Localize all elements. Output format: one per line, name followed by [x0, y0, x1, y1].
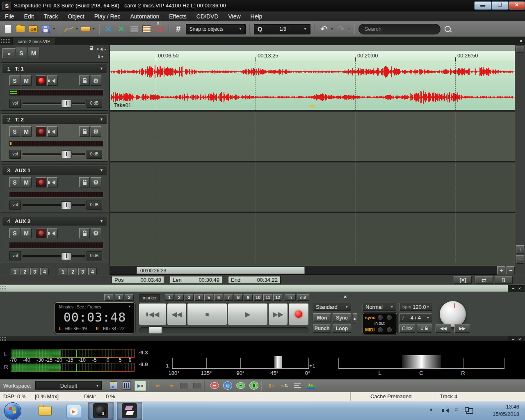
master-monitor-dropdown[interactable]: ▼ [98, 47, 107, 52]
track-title-bar[interactable]: 3 AUX 1 ▼ [2, 166, 107, 175]
tray-volume-icon[interactable] [444, 409, 449, 413]
punch-button[interactable]: Punch [313, 324, 331, 333]
mon-button[interactable]: Mon [313, 313, 331, 322]
stop-marker-icon[interactable] [209, 381, 220, 390]
marker-8-button[interactable]: 8 [234, 294, 243, 301]
zoom-out-vertical-button[interactable]: − [516, 255, 524, 264]
restore-button[interactable]: ❐ [491, 1, 509, 10]
import-audio-icon[interactable]: ((•)) [28, 24, 39, 34]
volume-handle[interactable] [61, 252, 72, 260]
menu-object[interactable]: Object [63, 13, 89, 20]
range-1-button[interactable]: 1 [115, 294, 124, 301]
undo-dropdown-icon[interactable]: ▼ [331, 27, 333, 30]
marker-2-button[interactable]: 2 [175, 294, 184, 301]
quantize-dropdown[interactable]: Q 1/8▼ [254, 24, 310, 34]
transport-toggle-icon[interactable]: ▶● [135, 381, 146, 391]
undo-icon[interactable]: ↶ [319, 24, 329, 34]
position-slider-handle[interactable] [149, 326, 162, 334]
volume-slider[interactable] [23, 103, 85, 105]
marker-12-button[interactable]: 12 [273, 294, 282, 301]
marker-6-button[interactable]: 6 [214, 294, 223, 301]
menu-file[interactable]: File [0, 13, 19, 20]
record-arm-button[interactable] [36, 126, 46, 137]
monitor-button[interactable] [47, 126, 58, 137]
play-button[interactable]: ▶ [228, 303, 268, 325]
transport-close-icon[interactable]: × [344, 294, 347, 300]
menu-effects[interactable]: Effects [164, 13, 192, 20]
punch-in-icon[interactable]: ⇤ [153, 381, 163, 390]
marker-7-button[interactable]: 7 [224, 294, 233, 301]
plugins-button[interactable]: ⚙ [91, 228, 101, 238]
zoom-out-horizontal-button[interactable]: − [507, 266, 515, 274]
expand-all-button[interactable]: » [2, 48, 16, 58]
pause-marker-icon[interactable] [249, 381, 259, 390]
stop-button[interactable]: ■ [187, 303, 227, 325]
marker-10-button[interactable]: 10 [253, 294, 262, 301]
track-lane-4[interactable] [110, 213, 515, 262]
object-tool-dropdown-icon[interactable]: ▼ [92, 27, 95, 30]
object-list-icon[interactable] [292, 381, 303, 390]
lock-button[interactable] [79, 75, 90, 86]
menu-track[interactable]: Track [39, 13, 63, 20]
solo-button[interactable]: S [9, 126, 20, 137]
len-field[interactable]: Len 00:30:49 [170, 276, 222, 284]
swap-horizontal-button[interactable]: ⇄ [475, 276, 493, 284]
panel-close-icon[interactable]: × [518, 286, 521, 291]
horizontal-scrollbar[interactable]: 00:00:26:23 [110, 266, 497, 275]
info-marker-icon[interactable]: (i) [222, 381, 233, 390]
lock-button[interactable] [79, 177, 90, 187]
wave-zoom-horizontal-icon[interactable]: ∿⇅ [279, 381, 290, 390]
record-button[interactable] [288, 303, 309, 325]
new-project-icon[interactable] [2, 24, 13, 34]
chevron-down-icon[interactable]: ▼ [100, 66, 103, 71]
taskbar-media-player-button[interactable]: ▶ [61, 402, 86, 420]
marker-4-button[interactable]: 4 [194, 294, 203, 301]
menu-view[interactable]: View [224, 13, 246, 20]
play-marker-icon[interactable] [235, 381, 246, 390]
auto-crossfade-icon[interactable] [154, 24, 165, 34]
time-mode-label[interactable]: Minutes : Sec : Frames [59, 305, 101, 309]
object-tool-icon[interactable] [80, 24, 91, 34]
midi-in-led[interactable] [378, 327, 383, 332]
loop-button[interactable]: Loop [333, 324, 351, 333]
spectrum-icon[interactable] [305, 381, 316, 390]
bpm-dropdown[interactable]: bpm 120.0▼ [399, 303, 432, 311]
track-title-bar[interactable]: 4 AUX 2 ▼ [2, 217, 107, 226]
marker-5-button[interactable]: 5 [204, 294, 213, 301]
menu-play-rec[interactable]: Play / Rec [89, 13, 126, 20]
zoom-in-vertical-button[interactable]: + [516, 245, 524, 254]
range-2-button[interactable]: 2 [125, 294, 134, 301]
mixer-icon[interactable] [121, 381, 132, 390]
marker-3-button[interactable]: 3 [185, 294, 194, 301]
chevron-down-icon[interactable]: ▼ [100, 117, 103, 121]
chevron-down-icon[interactable]: ▼ [100, 168, 103, 172]
taskbar-samplitude-pro-button[interactable] [116, 402, 143, 420]
lock-button[interactable] [79, 228, 90, 238]
menu-edit[interactable]: Edit [19, 13, 39, 20]
sync-button[interactable]: Sync [333, 313, 351, 322]
play-mode-dropdown[interactable]: Normal▼ [363, 303, 396, 311]
click-button[interactable]: Click [399, 324, 415, 333]
track-view-icon[interactable] [142, 24, 152, 34]
skip-to-start-button[interactable]: ▮◀◀ [139, 303, 167, 325]
curve-tool-dropdown-icon[interactable]: ▼ [75, 27, 78, 30]
solo-button[interactable]: S [9, 75, 20, 86]
marker-out-button[interactable]: out [297, 294, 309, 301]
sync-out-led[interactable] [387, 315, 392, 320]
save-icon[interactable] [41, 24, 51, 34]
start-button[interactable] [4, 402, 21, 420]
expander-icon[interactable]: ▶ [353, 313, 357, 324]
tray-action-center-icon[interactable]: ⚐ [454, 407, 459, 413]
solo-button[interactable]: S [9, 228, 20, 238]
track-lane-2[interactable] [110, 112, 515, 161]
record-arm-button[interactable] [36, 228, 46, 238]
curve-tool-icon[interactable] [64, 24, 74, 34]
taskbar-explorer-button[interactable] [33, 402, 58, 420]
chevron-down-icon[interactable]: ▼ [100, 219, 103, 223]
crossfade-tool-icon[interactable]: ✕ [116, 24, 127, 34]
rewind-button[interactable]: ◀◀ [167, 303, 187, 325]
volume-slider[interactable] [23, 204, 85, 206]
volume-slider[interactable] [23, 153, 85, 155]
save-dropdown-icon[interactable]: ▼ [52, 27, 55, 30]
plugins-button[interactable]: ⚙ [91, 177, 101, 187]
